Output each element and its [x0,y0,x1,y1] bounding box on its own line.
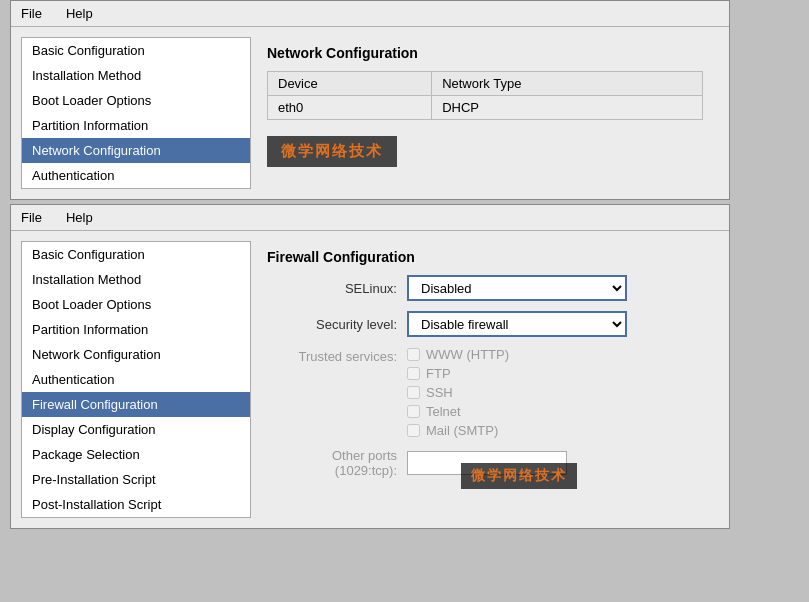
menu-file-2[interactable]: File [17,208,46,227]
checkbox-ssh[interactable]: SSH [407,385,509,400]
sidebar-2-item-8[interactable]: Package Selection [22,442,250,467]
sidebar-1-item-5[interactable]: Authentication [22,163,250,188]
selinux-label: SELinux: [267,281,407,296]
sidebar-2-item-3[interactable]: Partition Information [22,317,250,342]
other-ports-row: Other ports (1029:tcp): 微学网络技术 [267,448,703,478]
window-body-2: Basic ConfigurationInstallation MethodBo… [11,231,729,528]
window-body-1: Basic ConfigurationInstallation MethodBo… [11,27,729,199]
checkbox-mail-input[interactable] [407,424,420,437]
sidebar-2-item-1[interactable]: Installation Method [22,267,250,292]
sidebar-2-item-6[interactable]: Firewall Configuration [22,392,250,417]
window-firewall: File Help Basic ConfigurationInstallatio… [10,204,730,529]
col-device: Device [268,72,432,96]
selinux-row: SELinux: Disabled [267,275,703,301]
sidebar-2-item-7[interactable]: Display Configuration [22,417,250,442]
checkbox-ftp[interactable]: FTP [407,366,509,381]
checkbox-telnet-input[interactable] [407,405,420,418]
network-table: Device Network Type eth0 DHCP [267,71,703,120]
sidebar-2-item-9[interactable]: Pre-Installation Script [22,467,250,492]
menubar-2: File Help [11,205,729,231]
security-level-label: Security level: [267,317,407,332]
checkbox-www[interactable]: WWW (HTTP) [407,347,509,362]
window-network: File Help Basic ConfigurationInstallatio… [10,0,730,200]
col-network-type: Network Type [432,72,703,96]
checkbox-www-label: WWW (HTTP) [426,347,509,362]
checkbox-ssh-input[interactable] [407,386,420,399]
content-title-2: Firewall Configuration [267,249,703,265]
menu-help-2[interactable]: Help [62,208,97,227]
watermark-2: 微学网络技术 [461,463,577,489]
content-area-2: Firewall Configuration SELinux: Disabled… [251,241,719,518]
trusted-services-area: Trusted services: WWW (HTTP) FTP SSH [267,347,703,438]
table-row: eth0 DHCP [268,96,703,120]
sidebar-1-item-1[interactable]: Installation Method [22,63,250,88]
watermark-1: 微学网络技术 [267,136,397,167]
sidebar-1-item-0[interactable]: Basic Configuration [22,38,250,63]
checkbox-www-input[interactable] [407,348,420,361]
other-ports-label: Other ports (1029:tcp): [267,448,407,478]
sidebar-1-item-3[interactable]: Partition Information [22,113,250,138]
selinux-select[interactable]: Disabled [407,275,627,301]
security-level-select[interactable]: Disable firewall [407,311,627,337]
checkbox-ftp-input[interactable] [407,367,420,380]
checkbox-telnet[interactable]: Telnet [407,404,509,419]
menu-help-1[interactable]: Help [62,4,97,23]
menubar-1: File Help [11,1,729,27]
sidebar-2-item-2[interactable]: Boot Loader Options [22,292,250,317]
sidebar-1-item-4[interactable]: Network Configuration [22,138,250,163]
checkbox-mail-label: Mail (SMTP) [426,423,498,438]
security-level-row: Security level: Disable firewall [267,311,703,337]
sidebar-2-item-4[interactable]: Network Configuration [22,342,250,367]
sidebar-2-item-10[interactable]: Post-Installation Script [22,492,250,517]
sidebar-2-item-0[interactable]: Basic Configuration [22,242,250,267]
content-area-1: Network Configuration Device Network Typ… [251,37,719,189]
sidebar-1: Basic ConfigurationInstallation MethodBo… [21,37,251,189]
sidebar-2-item-5[interactable]: Authentication [22,367,250,392]
sidebar-1-item-2[interactable]: Boot Loader Options [22,88,250,113]
menu-file-1[interactable]: File [17,4,46,23]
content-title-1: Network Configuration [267,45,703,61]
checkbox-mail[interactable]: Mail (SMTP) [407,423,509,438]
checkbox-telnet-label: Telnet [426,404,461,419]
cell-network-type: DHCP [432,96,703,120]
trusted-services-label: Trusted services: [267,347,407,364]
checkbox-ssh-label: SSH [426,385,453,400]
sidebar-2: Basic ConfigurationInstallation MethodBo… [21,241,251,518]
checkbox-list: WWW (HTTP) FTP SSH Telnet [407,347,509,438]
checkbox-ftp-label: FTP [426,366,451,381]
cell-device: eth0 [268,96,432,120]
